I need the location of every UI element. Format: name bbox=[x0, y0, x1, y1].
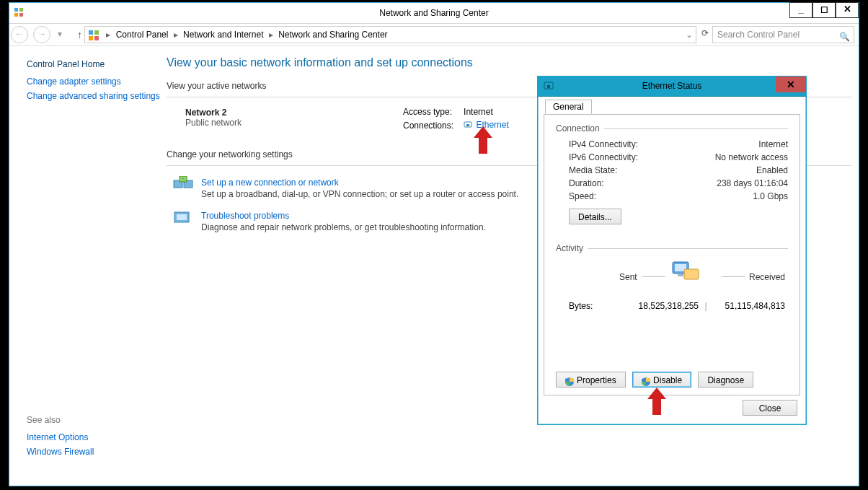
disable-label: Disable bbox=[653, 375, 682, 385]
media-state-value: Enabled bbox=[756, 165, 788, 175]
dialog-close-footer-button[interactable]: Close bbox=[743, 400, 797, 416]
sidebar-adapter-settings[interactable]: Change adapter settings bbox=[27, 76, 161, 87]
svg-rect-6 bbox=[89, 36, 93, 40]
see-also-windows-firewall[interactable]: Windows Firewall bbox=[27, 447, 94, 457]
access-type-value: Internet bbox=[459, 106, 513, 118]
duration-label: Duration: bbox=[569, 178, 604, 188]
access-type-label: Access type: bbox=[399, 106, 458, 118]
ipv4-value: Internet bbox=[758, 139, 788, 149]
breadcrumb-root[interactable]: Control Panel bbox=[116, 30, 169, 40]
bytes-label: Bytes: bbox=[569, 301, 612, 311]
speed-label: Speed: bbox=[569, 191, 596, 201]
bytes-separator: | bbox=[699, 301, 713, 311]
duration-value: 238 days 01:16:04 bbox=[717, 178, 788, 188]
troubleshoot-icon bbox=[172, 209, 194, 228]
svg-text:+: + bbox=[181, 176, 185, 183]
dialog-titlebar[interactable]: Ethernet Status ✕ bbox=[538, 76, 806, 97]
see-also-internet-options[interactable]: Internet Options bbox=[27, 432, 94, 442]
sent-label: Sent bbox=[619, 272, 637, 282]
ethernet-icon bbox=[464, 120, 472, 131]
activity-group-title: Activity bbox=[556, 243, 583, 253]
search-placeholder: Search Control Panel bbox=[713, 30, 800, 40]
breadcrumb-dropdown-icon[interactable]: ⌄ bbox=[686, 27, 693, 43]
control-panel-icon bbox=[88, 30, 99, 41]
svg-rect-22 bbox=[678, 274, 683, 276]
ipv4-label: IPv4 Connectivity: bbox=[569, 139, 638, 149]
svg-rect-7 bbox=[94, 36, 99, 40]
svg-rect-5 bbox=[94, 30, 99, 35]
ethernet-status-dialog: Ethernet Status ✕ General Connection IPv… bbox=[537, 76, 807, 425]
toolbar: ← → ▾ ↑ ▸ Control Panel ▸ Network and In… bbox=[9, 24, 859, 46]
annotation-arrow-disable bbox=[647, 388, 666, 415]
dialog-close-button[interactable]: ✕ bbox=[776, 76, 806, 92]
connection-group-title: Connection bbox=[556, 123, 600, 134]
breadcrumb-leaf[interactable]: Network and Sharing Center bbox=[278, 30, 387, 40]
diagnose-button[interactable]: Diagnose bbox=[698, 372, 753, 388]
sidebar: Control Panel Home Change adapter settin… bbox=[9, 46, 161, 486]
svg-rect-9 bbox=[466, 124, 469, 126]
annotation-arrow-ethernet bbox=[474, 126, 492, 154]
svg-rect-15 bbox=[177, 214, 187, 220]
page-heading: View your basic network information and … bbox=[167, 56, 851, 69]
ipv6-label: IPv6 Connectivity: bbox=[569, 152, 638, 162]
breadcrumb-mid[interactable]: Network and Internet bbox=[183, 30, 263, 40]
window-title: Network and Sharing Center bbox=[9, 3, 859, 23]
sidebar-home[interactable]: Control Panel Home bbox=[27, 59, 161, 69]
breadcrumb[interactable]: ▸ Control Panel ▸ Network and Internet ▸… bbox=[84, 26, 696, 43]
sidebar-advanced-sharing[interactable]: Change advanced sharing settings bbox=[27, 91, 161, 101]
tab-general[interactable]: General bbox=[545, 100, 592, 114]
back-button[interactable]: ← bbox=[11, 26, 28, 43]
bytes-received: 51,115,484,813 bbox=[713, 301, 788, 311]
minimize-button[interactable]: _ bbox=[789, 2, 812, 18]
bytes-sent: 18,525,318,255 bbox=[612, 301, 699, 311]
close-button[interactable]: ✕ bbox=[836, 2, 859, 18]
task-troubleshoot-desc: Diagnose and repair network problems, or… bbox=[201, 222, 486, 232]
task-setup-desc: Set up a broadband, dial-up, or VPN conn… bbox=[201, 189, 518, 199]
connections-label: Connections: bbox=[399, 119, 458, 131]
ipv6-value: No network access bbox=[715, 152, 788, 162]
up-button[interactable]: ↑ bbox=[77, 29, 82, 40]
dialog-title: Ethernet Status bbox=[538, 76, 806, 96]
recent-dropdown-icon[interactable]: ▾ bbox=[58, 29, 68, 39]
activity-icon bbox=[670, 261, 700, 289]
setup-connection-icon: + bbox=[172, 176, 194, 195]
svg-rect-4 bbox=[89, 30, 93, 35]
see-also-title: See also bbox=[27, 415, 94, 425]
svg-marker-16 bbox=[474, 126, 492, 154]
search-icon: 🔍 bbox=[839, 29, 850, 45]
refresh-button[interactable]: ⟳ bbox=[701, 28, 709, 38]
speed-value: 1.0 Gbps bbox=[753, 191, 788, 201]
shield-icon bbox=[642, 377, 650, 385]
tab-panel: Connection IPv4 Connectivity:Internet IP… bbox=[544, 114, 800, 395]
details-button[interactable]: Details... bbox=[569, 209, 621, 224]
shield-icon bbox=[565, 377, 574, 385]
forward-button[interactable]: → bbox=[33, 26, 50, 43]
see-also: See also Internet Options Windows Firewa… bbox=[27, 415, 94, 461]
search-input[interactable]: Search Control Panel 🔍 bbox=[712, 26, 854, 43]
media-state-label: Media State: bbox=[569, 165, 617, 175]
received-label: Received bbox=[749, 272, 785, 282]
disable-button[interactable]: Disable bbox=[632, 372, 691, 388]
properties-button[interactable]: Properties bbox=[556, 372, 626, 388]
title-bar: Network and Sharing Center _ ◻ ✕ bbox=[9, 3, 859, 24]
maximize-button[interactable]: ◻ bbox=[812, 2, 836, 18]
properties-label: Properties bbox=[577, 375, 616, 385]
svg-marker-23 bbox=[647, 388, 666, 415]
svg-rect-21 bbox=[684, 269, 699, 279]
